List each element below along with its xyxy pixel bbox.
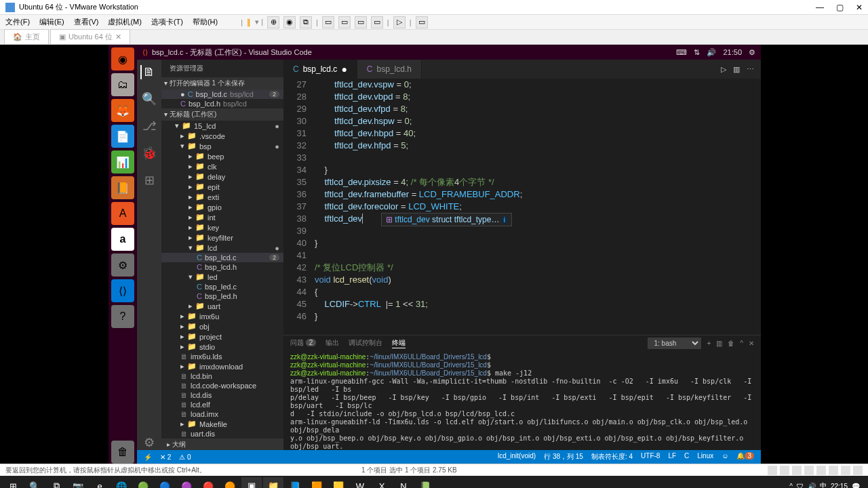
toolbar-btn[interactable]: ▭ xyxy=(371,16,383,28)
device-icon[interactable] xyxy=(841,466,850,475)
debug-icon[interactable]: 🐞 xyxy=(142,146,157,161)
tree-file[interactable]: 🗎 lcd.elf xyxy=(161,400,283,409)
taskbar-app[interactable]: X xyxy=(372,477,392,488)
toolbar-btn[interactable]: ▭ xyxy=(355,16,367,28)
pause-icon[interactable]: ‖ xyxy=(247,18,251,26)
toolbar-btn[interactable]: ▷ xyxy=(393,16,406,28)
toolbar-btn[interactable]: ▭ xyxy=(322,16,334,28)
tree-file[interactable]: C bsp_led.c xyxy=(161,282,283,291)
intellisense-popup[interactable]: ⊞ tftlcd_dev struct tftlcd_type… i xyxy=(381,213,512,226)
status-remote[interactable]: ⚡ xyxy=(144,453,152,461)
tree-folder[interactable]: ▸ 📁 keyfilter xyxy=(161,232,283,243)
taskbar-app[interactable]: 🟢 xyxy=(133,477,153,488)
files-icon[interactable]: 🗂 xyxy=(111,73,134,96)
downloads-icon[interactable]: ? xyxy=(111,305,134,328)
menu-edit[interactable]: 编辑(E) xyxy=(39,17,64,27)
terminal-output[interactable]: zzk@zzk-virtual-machine:~/linux/IMX6ULL/… xyxy=(283,350,761,450)
taskbar-app[interactable]: 🌐 xyxy=(111,477,132,488)
minimap[interactable] xyxy=(727,79,761,335)
explorer-icon[interactable]: 🗎 xyxy=(140,65,155,79)
trash-icon[interactable]: 🗑 xyxy=(111,441,134,464)
tray-ime[interactable]: 中 xyxy=(820,481,827,488)
device-icon[interactable] xyxy=(792,466,802,475)
tree-folder[interactable]: ▸ 📁 exti xyxy=(161,192,283,202)
status-function[interactable]: lcd_init(void) xyxy=(498,452,536,462)
taskbar-app[interactable]: 🟠 xyxy=(220,477,240,488)
split-terminal-icon[interactable]: ▥ xyxy=(716,340,722,347)
tree-file[interactable]: 🗎 uart.dis xyxy=(161,429,283,439)
tree-folder[interactable]: ▸ 📁 gpio xyxy=(161,202,283,212)
maximize-terminal-icon[interactable]: ^ xyxy=(740,340,743,347)
taskbar-app[interactable]: ▣ xyxy=(241,477,262,488)
tray-icon[interactable]: 🔊 xyxy=(808,483,816,489)
tree-folder[interactable]: ▸ 📁 key xyxy=(161,222,283,232)
status-warnings[interactable]: ⚠ 0 xyxy=(179,453,191,461)
terminal-tab[interactable]: 终端 xyxy=(392,338,406,348)
network-icon[interactable]: ⇅ xyxy=(694,48,700,57)
editor-tab[interactable]: C bsp_lcd.h xyxy=(357,60,422,79)
power-icon[interactable]: ⚙ xyxy=(749,48,755,57)
amazon-icon[interactable]: a xyxy=(111,228,134,251)
menu-file[interactable]: 文件(F) xyxy=(5,17,30,27)
impress-icon[interactable]: 📙 xyxy=(111,176,134,199)
tree-folder[interactable]: ▸ 📁 uart xyxy=(161,301,283,311)
close-terminal-icon[interactable]: ✕ xyxy=(749,340,754,347)
close-button[interactable]: ✕ xyxy=(856,3,863,12)
taskbar-app[interactable]: 🟣 xyxy=(176,477,197,488)
input-icon[interactable]: ⌨ xyxy=(676,48,687,57)
status-eol[interactable]: LF xyxy=(668,452,676,462)
open-editor-item[interactable]: ● C bsp_lcd.c bsp/lcd2 xyxy=(161,89,283,99)
tree-file[interactable]: C bsp_led.h xyxy=(161,291,283,301)
status-os[interactable]: Linux xyxy=(697,452,713,462)
vm-tab[interactable]: ▣ Ubuntu 64 位 ✕ xyxy=(50,29,130,44)
tree-file[interactable]: ▸ 📁 imxdownload xyxy=(161,361,283,371)
tree-file[interactable]: ▸ 📁 Makefile xyxy=(161,419,283,429)
tray-notifications-icon[interactable]: 💬 xyxy=(852,483,860,489)
menu-help[interactable]: 帮助(H) xyxy=(193,17,218,27)
tree-file[interactable]: ▸ 📁 stdio xyxy=(161,342,283,352)
tree-folder[interactable]: ▾ 📁 led xyxy=(161,272,283,282)
vscode-launcher-icon[interactable]: ⟨⟩ xyxy=(111,279,134,302)
tree-file[interactable]: 🗎 lcd.bin xyxy=(161,371,283,381)
tree-file[interactable]: C bsp_lcd.h xyxy=(161,262,283,272)
status-encoding[interactable]: UTF-8 xyxy=(641,452,660,462)
home-tab[interactable]: 🏠 主页 xyxy=(4,29,49,44)
taskbar-app[interactable]: 📗 xyxy=(415,477,435,488)
toolbar-btn[interactable]: ⧉ xyxy=(300,16,312,28)
device-icon[interactable] xyxy=(853,466,863,475)
tree-file[interactable]: 🗎 load.imx xyxy=(161,409,283,419)
taskbar-app[interactable]: 🟨 xyxy=(328,477,349,488)
device-icon[interactable] xyxy=(816,466,826,475)
debug-console-tab[interactable]: 调试控制台 xyxy=(349,338,382,348)
open-editor-item[interactable]: C bsp_lcd.h bsp/lcd xyxy=(161,99,283,108)
tray-icon[interactable]: 🛡 xyxy=(797,483,804,489)
writer-icon[interactable]: 📄 xyxy=(111,125,134,148)
menu-vm[interactable]: 虚拟机(M) xyxy=(108,17,142,27)
menu-tabs[interactable]: 选项卡(T) xyxy=(151,17,183,27)
status-errors[interactable]: ✕ 2 xyxy=(160,453,171,461)
menu-view[interactable]: 查看(V) xyxy=(74,17,99,27)
settings-gear-icon[interactable]: ⚙ xyxy=(144,435,155,450)
status-indent[interactable]: 制表符长度: 4 xyxy=(591,452,633,462)
status-lang[interactable]: C xyxy=(684,452,689,462)
taskbar-app[interactable]: 📘 xyxy=(285,477,305,488)
calc-icon[interactable]: 📊 xyxy=(111,150,134,174)
tree-folder[interactable]: ▸ 📁 beep xyxy=(161,151,283,161)
code-editor[interactable]: 2728293031323334353637383940414243444546… xyxy=(283,79,761,335)
maximize-button[interactable]: ▢ xyxy=(836,3,844,12)
problems-tab[interactable]: 问题 2 xyxy=(290,338,316,348)
taskbar-app[interactable]: 🔵 xyxy=(155,477,175,488)
taskbar-app[interactable]: 📷 xyxy=(68,477,88,488)
status-feedback[interactable]: ☺ xyxy=(722,452,728,462)
minimize-button[interactable]: — xyxy=(816,3,824,12)
open-editors-section[interactable]: ▾ 打开的编辑器 1 个未保存 xyxy=(161,77,283,89)
search-icon[interactable]: 🔍 xyxy=(142,92,157,106)
shell-select[interactable]: 1: bash xyxy=(648,338,701,349)
task-view-button[interactable]: ⧉ xyxy=(46,477,66,488)
tree-folder[interactable]: ▸ 📁 delay xyxy=(161,171,283,182)
split-icon[interactable]: ▥ xyxy=(733,65,740,74)
device-icon[interactable] xyxy=(768,466,777,475)
toolbar-btn[interactable]: ▭ xyxy=(416,16,428,28)
outline-section[interactable]: ▸ 大纲 xyxy=(161,439,283,450)
search-button[interactable]: 🔍 xyxy=(24,477,45,488)
